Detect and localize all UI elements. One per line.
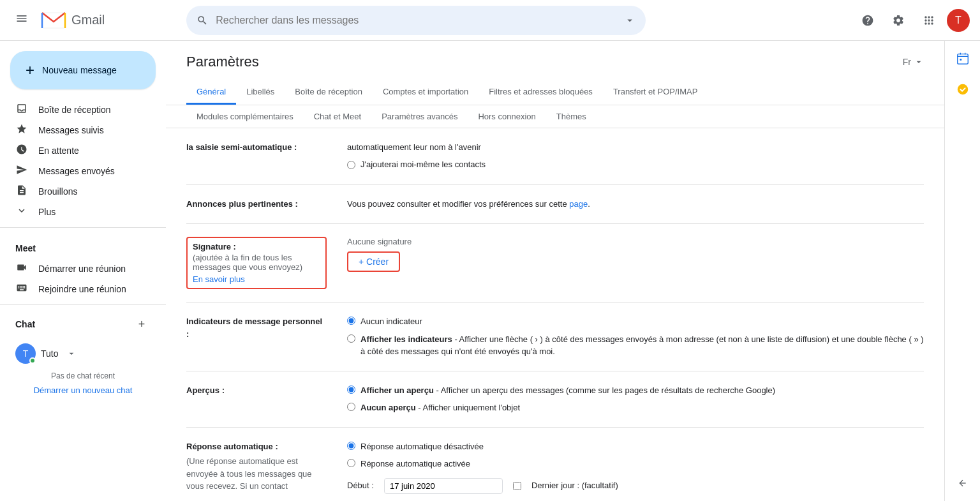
radio-reponse-off-input[interactable] [347,442,355,450]
settings-title-row: Paramètres Fr [186,54,924,70]
sidebar-item-label: Rejoindre une réunion [38,284,126,294]
search-input[interactable] [216,15,616,26]
search-icon [197,14,208,27]
sidebar-divider-2 [0,304,166,305]
compose-button[interactable]: + Nouveau message [10,51,156,89]
sidebar-item-starred[interactable]: Messages suivis [0,120,156,140]
aucune-signature-text: Aucune signature [347,237,924,246]
tab-general[interactable]: Général [186,80,236,105]
apercus-radio-group: Afficher un aperçu - Afficher un aperçu … [347,384,924,414]
tab-forwarding[interactable]: Transfert et POP/IMAP [603,80,708,105]
right-icon-tasks[interactable] [950,77,976,102]
tab-addons[interactable]: Modules complémentaires [186,105,304,128]
menu-icon[interactable] [10,7,33,33]
right-sidebar [944,41,980,501]
language-selector[interactable]: Fr [903,57,924,67]
new-chat-button[interactable]: + [133,315,151,333]
tab-chat[interactable]: Chat et Meet [304,105,371,128]
tabs-row-1: Général Libellés Boîte de réception Comp… [166,80,944,105]
setting-row-reponse-auto: Réponse automatique : (Une réponse autom… [186,428,924,501]
tab-offline[interactable]: Hors connexion [468,105,546,128]
tab-themes[interactable]: Thèmes [546,105,597,128]
radio-no-indicator-label: Aucun indicateur [360,315,422,328]
tab-labels[interactable]: Libellés [236,80,285,105]
sidebar-item-label: En attente [38,146,79,156]
signature-learn-more-link[interactable]: En savoir plus [193,274,320,284]
create-signature-button[interactable]: + Créer [347,251,400,272]
settings-button[interactable] [886,8,911,33]
topbar-left: Gmail [10,7,176,33]
sidebar-item-label: Boîte de réception [38,105,111,115]
signature-value: Aucune signature + Créer [347,237,924,272]
tab-inbox[interactable]: Boîte de réception [285,80,373,105]
start-new-chat-link[interactable]: Démarrer un nouveau chat [15,385,151,395]
settings-content: Paramètres Fr Général Libellés Boîte de … [166,41,944,501]
setting-label-indicateurs: Indicateurs de message personnel : [186,315,327,340]
sidebar-item-drafts[interactable]: Brouillons [0,181,156,202]
annonces-label-text: Annonces plus pertinentes : [186,199,298,209]
tabs-row-2: Modules complémentaires Chat et Meet Par… [166,105,944,128]
chat-status-indicator [29,357,36,364]
video-icon [15,262,28,276]
send-icon [15,164,28,179]
dernier-jour-label: Dernier jour : (facultatif) [531,479,618,493]
sidebar-item-snoozed[interactable]: En attente [0,140,156,161]
sidebar-item-inbox[interactable]: Boîte de réception [0,100,156,120]
apps-button[interactable] [916,8,942,33]
right-icon-calendar[interactable] [950,46,976,71]
chat-dropdown-icon [66,348,77,359]
svg-rect-2 [957,54,968,64]
radio-show-indicator-label: Afficher les indicateurs - Afficher une … [360,333,924,358]
chat-section-header: Chat + [0,310,166,336]
radio-show-preview-label: Afficher un aperçu - Afficher un aperçu … [360,384,775,397]
annonces-text: Vous pouvez consulter et modifier vos pr… [347,199,569,209]
setting-label-reponse-auto: Réponse automatique : (Une réponse autom… [186,440,327,493]
expand-icon [15,205,28,220]
setting-row-signature: Signature : (ajoutée à la fin de tous le… [186,224,924,303]
keyboard-icon [15,282,28,297]
debut-label: Début : [347,479,374,493]
settings-body: la saisie semi-automatique : automatique… [166,128,944,501]
radio-show-indicator-input[interactable] [347,334,355,343]
tab-advanced[interactable]: Paramètres avancés [371,105,468,128]
radio-no-indicator-input[interactable] [347,317,355,325]
compose-plus-icon: + [26,61,34,79]
dernier-jour-checkbox[interactable] [513,482,521,490]
right-sidebar-expand-icon[interactable] [950,470,976,496]
chat-avatar: T [15,343,36,364]
search-dropdown-icon[interactable] [624,14,635,27]
compose-label: Nouveau message [42,65,117,75]
sidebar-item-start-meeting[interactable]: Démarrer une réunion [0,258,156,279]
saisie-radio-row: J'ajouterai moi-même les contacts [347,158,924,172]
tab-accounts[interactable]: Comptes et importation [373,80,479,105]
saisie-radio-label: J'ajouterai moi-même les contacts [360,158,486,172]
sidebar-item-sent[interactable]: Messages envoyés [0,161,156,181]
saisie-radio[interactable] [347,161,355,169]
annonces-page-link[interactable]: page [569,199,588,209]
topbar: Gmail T [0,0,980,41]
signature-label-desc: (ajoutée à la fin de tous les messages q… [193,253,320,272]
setting-value-apercus: Afficher un aperçu - Afficher un aperçu … [347,384,924,414]
lang-label: Fr [903,57,911,67]
avatar[interactable]: T [947,9,970,32]
radio-reponse-on-label: Réponse automatique activée [360,458,470,470]
radio-no-indicator: Aucun indicateur [347,315,924,328]
settings-title-text: Paramètres [186,54,259,70]
debut-date-input[interactable] [384,478,503,494]
radio-reponse-on-input[interactable] [347,459,355,467]
signature-label-title: Signature : [193,242,320,251]
radio-reponse-on: Réponse automatique activée [347,458,924,470]
main-layout: + Nouveau message Boîte de réception Mes… [0,41,980,501]
chat-user-tuto[interactable]: T Tuto [15,341,151,366]
sidebar-item-label: Démarrer une réunion [38,264,126,274]
sidebar-item-label: Messages envoyés [38,166,115,176]
radio-show-preview-input[interactable] [347,385,355,394]
radio-no-preview-input[interactable] [347,403,355,411]
setting-row-apercus: Aperçus : Afficher un aperçu - Afficher … [186,371,924,428]
help-button[interactable] [855,8,880,33]
reponse-auto-label-text: Réponse automatique : [186,442,278,451]
tab-filters[interactable]: Filtres et adresses bloquées [479,80,603,105]
indicateurs-label-text: Indicateurs de message personnel : [186,317,322,339]
sidebar-item-more[interactable]: Plus [0,202,156,222]
sidebar-item-join-meeting[interactable]: Rejoindre une réunion [0,279,156,299]
